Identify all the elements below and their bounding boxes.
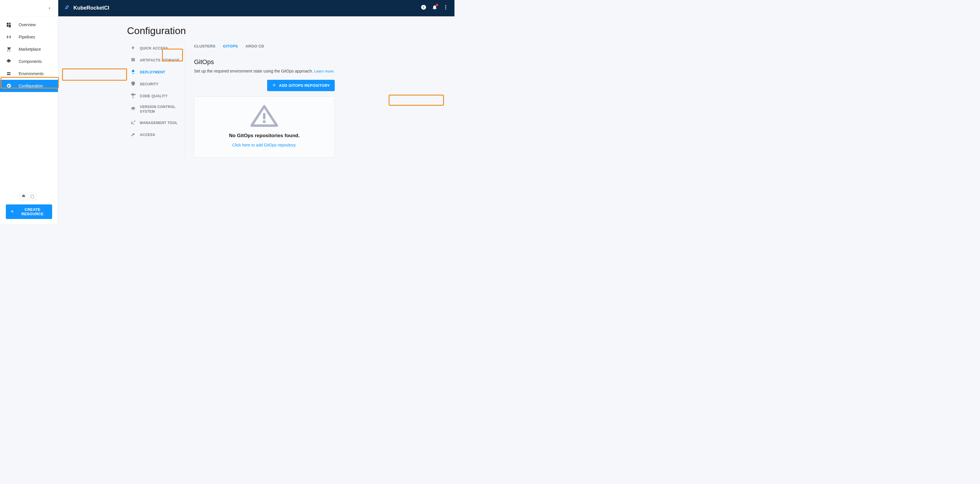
warning-icon	[250, 104, 279, 129]
config-subnav: QUICK ACCESS ARTIFACTS STORAGE DEPLOYMEN…	[127, 42, 185, 157]
kebab-menu-icon[interactable]	[443, 4, 449, 11]
cart-icon	[6, 47, 12, 52]
chevron-left-icon	[48, 6, 51, 11]
key-icon	[130, 132, 136, 138]
subnav-access[interactable]: ACCESS	[127, 129, 185, 141]
svg-text:i: i	[423, 5, 424, 9]
plus-icon	[272, 83, 277, 88]
svg-point-3	[445, 5, 446, 6]
pipeline-icon	[6, 34, 12, 40]
create-resource-button[interactable]: CREATE RESOURCE	[6, 205, 52, 219]
app-header: KubeRocketCI i	[58, 0, 455, 16]
brand-name: KubeRocketCI	[73, 5, 109, 11]
main-sidebar: Overview Pipelines Marketplace Component…	[0, 0, 58, 224]
subnav-vcs[interactable]: VERSION CONTROL SYSTEM	[127, 102, 185, 117]
sidebar-item-overview[interactable]: Overview	[0, 19, 58, 31]
sidebar-item-components[interactable]: Components	[0, 56, 58, 68]
subnav-label: VERSION CONTROL SYSTEM	[140, 105, 181, 114]
empty-state-link[interactable]: Click here to add GitOps repository.	[232, 143, 297, 148]
tools-icon	[130, 120, 136, 126]
gear-icon	[6, 83, 12, 89]
sidebar-item-marketplace[interactable]: Marketplace	[0, 43, 58, 56]
footer-k8s-icon[interactable]	[29, 193, 36, 200]
subnav-management-tool[interactable]: MANAGEMENT TOOL	[127, 117, 185, 129]
info-icon[interactable]: i	[421, 4, 426, 11]
plus-icon	[10, 209, 14, 215]
sidebar-nav: Overview Pipelines Marketplace Component…	[0, 16, 58, 189]
stack-icon	[6, 71, 12, 76]
subnav-code-quality[interactable]: CODE QUALITY	[127, 90, 185, 102]
sidebar-item-label: Overview	[19, 22, 35, 27]
sidebar-footer: CREATE RESOURCE	[0, 189, 58, 224]
notification-dot	[436, 4, 438, 6]
sidebar-item-configuration[interactable]: Configuration	[0, 80, 58, 92]
layers-icon	[6, 59, 12, 64]
tab-gitops[interactable]: GITOPS	[223, 42, 238, 50]
main-content: Configuration QUICK ACCESS ARTIFACTS STO…	[116, 0, 345, 224]
page-title: Configuration	[127, 25, 335, 36]
config-content: CLUSTERS GITOPS ARGO CD GitOps Set up th…	[194, 42, 335, 157]
sidebar-item-label: Configuration	[19, 84, 43, 88]
sidebar-item-label: Marketplace	[19, 47, 41, 52]
svg-point-7	[263, 120, 266, 123]
deployment-tabs: CLUSTERS GITOPS ARGO CD	[194, 42, 335, 50]
tab-clusters[interactable]: CLUSTERS	[194, 42, 215, 50]
subnav-label: CODE QUALITY	[140, 94, 167, 98]
add-gitops-label: ADD GITOPS REPOSITORY	[279, 83, 330, 88]
sidebar-item-label: Pipelines	[19, 35, 35, 39]
subnav-label: ARTIFACTS STORAGE	[140, 58, 180, 62]
rocket-icon	[130, 69, 136, 75]
empty-state-card: No GitOps repositories found. Click here…	[194, 97, 335, 157]
subnav-label: MANAGEMENT TOOL	[140, 121, 178, 125]
create-resource-label: CREATE RESOURCE	[17, 207, 48, 216]
subnav-security[interactable]: SECURITY	[127, 78, 185, 90]
dashboard-icon	[6, 22, 12, 27]
sidebar-collapse-button[interactable]	[0, 0, 58, 16]
notifications-icon[interactable]	[432, 4, 438, 11]
trophy-icon	[130, 93, 136, 99]
layers-icon	[130, 106, 136, 113]
sidebar-item-label: Components	[19, 59, 42, 64]
bolt-icon	[130, 45, 136, 51]
section-title: GitOps	[194, 58, 335, 66]
subnav-artifacts-storage[interactable]: ARTIFACTS STORAGE	[127, 54, 185, 66]
empty-state-title: No GitOps repositories found.	[229, 133, 300, 139]
tab-argocd[interactable]: ARGO CD	[246, 42, 264, 50]
brand[interactable]: KubeRocketCI	[64, 4, 109, 12]
subnav-label: QUICK ACCESS	[140, 46, 168, 51]
brand-rocket-icon	[64, 4, 70, 12]
sidebar-item-environments[interactable]: Environments	[0, 68, 58, 80]
shield-icon	[130, 81, 136, 87]
footer-rocket-icon[interactable]	[20, 193, 27, 200]
subnav-label: ACCESS	[140, 133, 155, 137]
subnav-quick-access[interactable]: QUICK ACCESS	[127, 42, 185, 54]
storage-icon	[130, 57, 136, 63]
svg-rect-6	[263, 113, 266, 119]
learn-more-link[interactable]: Learn more.	[314, 69, 334, 73]
sidebar-item-pipelines[interactable]: Pipelines	[0, 31, 58, 43]
svg-point-5	[445, 8, 446, 10]
svg-point-4	[445, 7, 446, 8]
sidebar-item-label: Environments	[19, 71, 44, 76]
section-description: Set up the required environment state us…	[194, 69, 335, 73]
subnav-label: SECURITY	[140, 82, 159, 86]
add-gitops-repository-button[interactable]: ADD GITOPS REPOSITORY	[267, 80, 334, 91]
section-description-text: Set up the required environment state us…	[194, 69, 313, 73]
svg-marker-0	[31, 195, 34, 198]
subnav-deployment[interactable]: DEPLOYMENT	[127, 66, 185, 78]
subnav-label: DEPLOYMENT	[140, 70, 165, 74]
